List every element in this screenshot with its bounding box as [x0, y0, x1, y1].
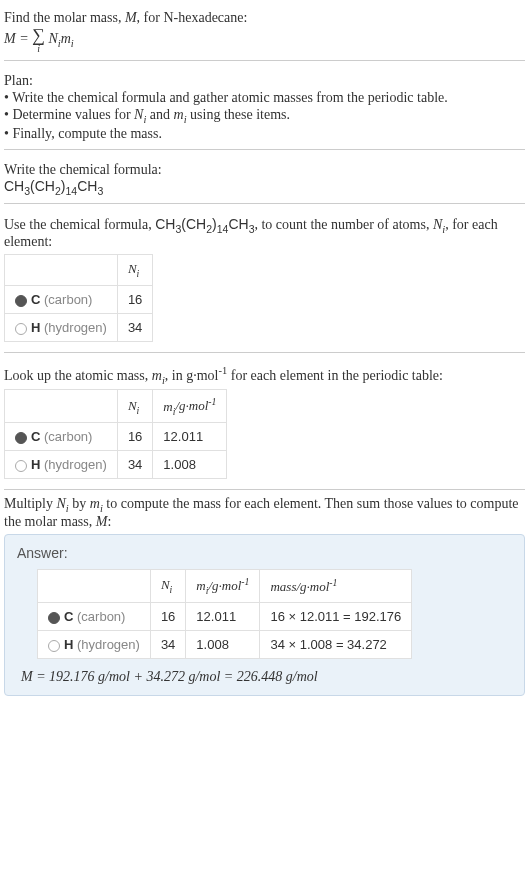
answer-mass-header-text: mass/g·mol: [270, 579, 329, 594]
ans-hydrogen-sym: H: [64, 637, 73, 652]
multiply-M: M: [96, 514, 108, 529]
hydrogen-swatch-icon: [48, 640, 60, 652]
hydrogen-m: 1.008: [153, 451, 227, 479]
intro-line: Find the molar mass, M, for N-hexadecane…: [4, 10, 525, 26]
chemical-formula: CH3(CH2)14CH3: [4, 178, 525, 197]
multiply-text-mid: by: [69, 496, 90, 511]
table-row: H (hydrogen) 34 1.008 34 × 1.008 = 34.27…: [38, 631, 412, 659]
write-formula-heading: Write the chemical formula:: [4, 162, 525, 178]
ans-carbon-m: 12.011: [186, 603, 260, 631]
lookup-table: Ni mi/g·mol-1 C (carbon) 16 12.011 H (hy…: [4, 389, 227, 479]
answer-label: Answer:: [17, 545, 512, 561]
intro-text-pre: Find the molar mass,: [4, 10, 125, 25]
carbon-n-2: 16: [117, 423, 152, 451]
multiply-ni: Ni: [57, 496, 69, 511]
hydrogen-cell: H (hydrogen): [5, 313, 118, 341]
intro-section: Find the molar mass, M, for N-hexadecane…: [4, 4, 525, 61]
hydrogen-swatch-icon: [15, 460, 27, 472]
carbon-sym: C: [31, 292, 40, 307]
plan-section: Plan: • Write the chemical formula and g…: [4, 67, 525, 150]
carbon-swatch-icon: [15, 432, 27, 444]
carbon-sym-2: C: [31, 429, 40, 444]
count-text: Use the chemical formula, CH3(CH2)14CH3,…: [4, 216, 525, 251]
answer-empty-header: [38, 570, 151, 603]
hydrogen-swatch-icon: [15, 323, 27, 335]
ans-carbon-calc: 16 × 12.011 = 192.176: [260, 603, 412, 631]
hydrogen-name: (hydrogen): [44, 320, 107, 335]
multiply-section: Multiply Ni by mi to compute the mass fo…: [4, 496, 525, 696]
hydrogen-n-2: 34: [117, 451, 152, 479]
ans-carbon-n: 16: [150, 603, 185, 631]
answer-final-text: M = 192.176 g/mol + 34.272 g/mol = 226.4…: [21, 669, 318, 684]
ans-carbon-name: (carbon): [77, 609, 125, 624]
table-row: C (carbon) 16: [5, 285, 153, 313]
table-row: C (carbon) 16 12.011: [5, 423, 227, 451]
intro-text-post: , for N-hexadecane:: [137, 10, 248, 25]
lookup-empty-header: [5, 390, 118, 423]
carbon-n: 16: [117, 285, 152, 313]
table-row: Ni: [5, 255, 153, 286]
table-row: H (hydrogen) 34 1.008: [5, 451, 227, 479]
count-empty-header: [5, 255, 118, 286]
answer-mass-header: mass/g·mol-1: [260, 570, 412, 603]
answer-box: Answer: Ni mi/g·mol-1 mass/g·mol-1 C (ca…: [4, 534, 525, 696]
lookup-mi-header: mi/g·mol-1: [153, 390, 227, 423]
ans-carbon-cell: C (carbon): [38, 603, 151, 631]
hydrogen-sym-2: H: [31, 457, 40, 472]
lookup-text-post: for each element in the periodic table:: [227, 368, 443, 383]
multiply-text-end: :: [107, 514, 111, 529]
hydrogen-sym: H: [31, 320, 40, 335]
answer-final: M = 192.176 g/mol + 34.272 g/mol = 226.4…: [17, 669, 512, 685]
count-text-pre: Use the chemical formula,: [4, 217, 155, 232]
lookup-text-pre: Look up the atomic mass,: [4, 368, 152, 383]
ans-hydrogen-cell: H (hydrogen): [38, 631, 151, 659]
carbon-swatch-icon: [15, 295, 27, 307]
table-row: Ni mi/g·mol-1: [5, 390, 227, 423]
hydrogen-name-2: (hydrogen): [44, 457, 107, 472]
table-row: C (carbon) 16 12.011 16 × 12.011 = 192.1…: [38, 603, 412, 631]
lookup-section: Look up the atomic mass, mi, in g·mol-1 …: [4, 359, 525, 490]
multiply-text-pre: Multiply: [4, 496, 57, 511]
count-var: Ni: [433, 217, 445, 232]
answer-table: Ni mi/g·mol-1 mass/g·mol-1 C (carbon) 16…: [37, 569, 412, 659]
hydrogen-n: 34: [117, 313, 152, 341]
carbon-cell-2: C (carbon): [5, 423, 118, 451]
multiply-text: Multiply Ni by mi to compute the mass fo…: [4, 496, 525, 530]
ans-hydrogen-name: (hydrogen): [77, 637, 140, 652]
count-ni-header: Ni: [117, 255, 152, 286]
plan-item-2: • Determine values for Ni and mi using t…: [4, 107, 525, 125]
carbon-m: 12.011: [153, 423, 227, 451]
carbon-name-2: (carbon): [44, 429, 92, 444]
lookup-ni-header: Ni: [117, 390, 152, 423]
ans-carbon-sym: C: [64, 609, 73, 624]
lookup-var: mi: [152, 368, 165, 383]
table-row: H (hydrogen) 34: [5, 313, 153, 341]
count-table: Ni C (carbon) 16 H (hydrogen) 34: [4, 254, 153, 342]
plan-item-1: • Write the chemical formula and gather …: [4, 90, 525, 106]
ans-hydrogen-n: 34: [150, 631, 185, 659]
plan-heading: Plan:: [4, 73, 525, 89]
count-section: Use the chemical formula, CH3(CH2)14CH3,…: [4, 210, 525, 353]
sigma-icon: ∑i: [32, 26, 45, 54]
hydrogen-cell-2: H (hydrogen): [5, 451, 118, 479]
ans-hydrogen-calc: 34 × 1.008 = 34.272: [260, 631, 412, 659]
plan-item-3: • Finally, compute the mass.: [4, 126, 525, 142]
count-formula: CH3(CH2)14CH3: [155, 216, 254, 232]
lookup-text: Look up the atomic mass, mi, in g·mol-1 …: [4, 365, 525, 385]
ans-hydrogen-m: 1.008: [186, 631, 260, 659]
intro-var-M: M: [125, 10, 137, 25]
answer-mi-header: mi/g·mol-1: [186, 570, 260, 603]
carbon-swatch-icon: [48, 612, 60, 624]
intro-equation: M = ∑i Nimi: [4, 26, 525, 54]
answer-ni-header: Ni: [150, 570, 185, 603]
plan-item-1-text: • Write the chemical formula and gather …: [4, 90, 448, 105]
multiply-mi: mi: [90, 496, 103, 511]
write-formula-section: Write the chemical formula: CH3(CH2)14CH…: [4, 156, 525, 204]
carbon-name: (carbon): [44, 292, 92, 307]
carbon-cell: C (carbon): [5, 285, 118, 313]
count-text-post: , to count the number of atoms,: [254, 217, 432, 232]
table-row: Ni mi/g·mol-1 mass/g·mol-1: [38, 570, 412, 603]
lookup-text-mid: , in g·mol: [165, 368, 219, 383]
